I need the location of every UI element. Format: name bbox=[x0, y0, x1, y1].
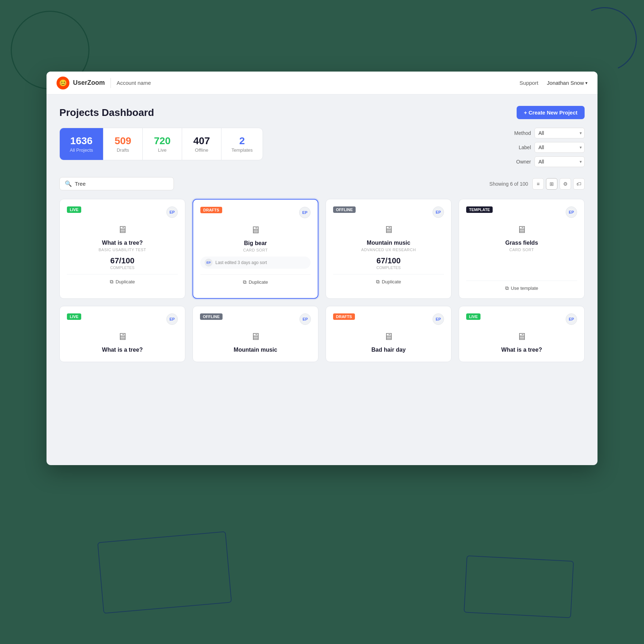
header-divider bbox=[111, 78, 111, 88]
logo-text: UserZoom bbox=[73, 79, 105, 87]
card-5-title: What is a tree? bbox=[67, 347, 178, 353]
filter-owner-row: Owner All bbox=[511, 156, 585, 167]
project-card-1[interactable]: LIVE EP 🖥 What is a tree? BASIC USABILIT… bbox=[59, 199, 185, 299]
toolbar-right: Showing 6 of 100 ≡ ⊞ ⚙ 🏷 bbox=[489, 178, 585, 190]
card-4-divider bbox=[466, 280, 577, 281]
card-7-title: Bad hair day bbox=[333, 347, 444, 353]
create-project-button[interactable]: + Create New Project bbox=[517, 106, 585, 119]
card-8-title: What is a tree? bbox=[466, 347, 577, 353]
card-3-avatar: EP bbox=[433, 206, 444, 218]
card-2-action[interactable]: ⧉ Duplicate bbox=[200, 278, 311, 285]
showing-count: Showing 6 of 100 bbox=[489, 181, 528, 187]
card-4-badge: TEMPLATE bbox=[466, 206, 493, 213]
user-menu-chevron: ▾ bbox=[585, 80, 587, 86]
card-2-last-edited-avatar: EP bbox=[205, 259, 213, 267]
filter-method-label: Method bbox=[511, 130, 531, 136]
project-card-4[interactable]: TEMPLATE EP 🖥 Grass fields CARD SORT ⧉ U… bbox=[459, 199, 585, 299]
stat-label-templates: Templates bbox=[231, 147, 253, 153]
card-3-icon: 🖥 bbox=[333, 224, 444, 235]
filter-owner-select[interactable]: All bbox=[535, 156, 585, 167]
stat-offline[interactable]: 407 Offline bbox=[182, 128, 221, 160]
card-1-icon: 🖥 bbox=[67, 224, 178, 235]
card-8-top: LIVE EP bbox=[466, 313, 577, 325]
bg-decoration-rect-bl bbox=[97, 531, 232, 614]
card-2-icon: 🖥 bbox=[200, 224, 311, 236]
duplicate-icon-3: ⧉ bbox=[376, 279, 380, 285]
stat-number-drafts: 509 bbox=[113, 135, 132, 147]
project-card-5[interactable]: LIVE EP 🖥 What is a tree? bbox=[59, 306, 185, 362]
card-7-badge: DRAFTS bbox=[333, 313, 355, 320]
stat-drafts[interactable]: 509 Drafts bbox=[103, 128, 143, 160]
card-7-avatar: EP bbox=[433, 313, 444, 325]
card-8-avatar: EP bbox=[566, 313, 577, 325]
app-window: 😊 UserZoom Account name Support Jonathan… bbox=[47, 72, 597, 465]
filter-label-select[interactable]: All bbox=[535, 142, 585, 153]
card-3-action[interactable]: ⧉ Duplicate bbox=[333, 277, 444, 285]
project-card-8[interactable]: LIVE EP 🖥 What is a tree? bbox=[459, 306, 585, 362]
project-card-7[interactable]: DRAFTS EP 🖥 Bad hair day bbox=[326, 306, 452, 362]
card-6-badge: OFFLINE bbox=[200, 313, 223, 320]
header-right: Support Jonathan Snow ▾ bbox=[519, 80, 587, 86]
cards-grid: LIVE EP 🖥 What is a tree? BASIC USABILIT… bbox=[59, 199, 585, 362]
card-4-action[interactable]: ⧉ Use template bbox=[466, 284, 577, 291]
card-2-action-label: Duplicate bbox=[249, 279, 268, 285]
card-1-top: LIVE EP bbox=[67, 206, 178, 218]
stat-number-offline: 407 bbox=[192, 135, 211, 147]
filter-method-select[interactable]: All bbox=[535, 128, 585, 138]
card-2-last-edited-text: Last edited 3 days ago sort bbox=[215, 260, 267, 265]
search-toolbar-row: 🔍 Showing 6 of 100 ≡ ⊞ ⚙ 🏷 bbox=[59, 177, 585, 190]
card-3-title: Mountain music bbox=[333, 240, 444, 246]
card-6-title: Mountain music bbox=[200, 347, 311, 353]
card-1-avatar: EP bbox=[166, 206, 178, 218]
card-4-avatar: EP bbox=[566, 206, 577, 218]
user-menu[interactable]: Jonathan Snow ▾ bbox=[547, 80, 587, 86]
card-3-action-label: Duplicate bbox=[382, 279, 401, 284]
card-8-icon: 🖥 bbox=[466, 331, 577, 342]
filter-label-wrapper: All bbox=[535, 142, 585, 153]
duplicate-icon: ⧉ bbox=[110, 279, 113, 285]
stat-all-projects[interactable]: 1636 All Projects bbox=[60, 128, 103, 160]
card-5-icon: 🖥 bbox=[67, 331, 178, 342]
page-title: Projects Dashboard bbox=[59, 107, 154, 118]
stat-templates[interactable]: 2 Templates bbox=[221, 128, 263, 160]
card-2-top: DRAFTS EP bbox=[200, 207, 311, 218]
card-4-subtitle: CARD SORT bbox=[466, 248, 577, 252]
support-link[interactable]: Support bbox=[519, 80, 538, 86]
dashboard-title-row: Projects Dashboard + Create New Project bbox=[59, 106, 585, 119]
card-2-subtitle: CARD SORT bbox=[200, 248, 311, 252]
stat-number-templates: 2 bbox=[231, 135, 253, 147]
view-list-button[interactable]: ≡ bbox=[532, 178, 544, 190]
project-card-3[interactable]: OFFLINE EP 🖥 Mountain music ADVANCED UX … bbox=[326, 199, 452, 299]
logo-area: 😊 UserZoom bbox=[57, 77, 105, 89]
search-box: 🔍 bbox=[59, 177, 174, 190]
tags-button[interactable]: 🏷 bbox=[573, 178, 585, 190]
main-content: Projects Dashboard + Create New Project … bbox=[47, 94, 597, 374]
card-3-divider bbox=[333, 274, 444, 274]
card-8-badge: LIVE bbox=[466, 313, 480, 320]
card-5-top: LIVE EP bbox=[67, 313, 178, 325]
card-1-divider bbox=[67, 274, 178, 274]
use-template-icon: ⧉ bbox=[505, 285, 509, 291]
stats-cards: 1636 All Projects 509 Drafts 720 Live 40… bbox=[59, 128, 263, 160]
user-name-text: Jonathan Snow bbox=[547, 80, 584, 86]
card-5-avatar: EP bbox=[166, 313, 178, 325]
project-card-6[interactable]: OFFLINE EP 🖥 Mountain music bbox=[192, 306, 318, 362]
search-input[interactable] bbox=[75, 181, 169, 187]
card-6-avatar: EP bbox=[299, 313, 311, 325]
card-1-score: 67/100 bbox=[67, 256, 178, 265]
stat-live[interactable]: 720 Live bbox=[143, 128, 182, 160]
logo-emoji: 😊 bbox=[59, 79, 67, 87]
card-3-subtitle: ADVANCED UX RESEARCH bbox=[333, 248, 444, 252]
card-1-action-label: Duplicate bbox=[116, 279, 135, 284]
project-card-2[interactable]: DRAFTS EP 🖥 Big bear CARD SORT EP Last e… bbox=[192, 199, 318, 299]
settings-button[interactable]: ⚙ bbox=[560, 178, 571, 190]
filter-label-label: Label bbox=[511, 145, 531, 150]
view-grid-button[interactable]: ⊞ bbox=[546, 178, 557, 190]
card-3-score-label: COMPLETES bbox=[333, 265, 444, 270]
stat-label-live: Live bbox=[153, 147, 172, 153]
card-1-title: What is a tree? bbox=[67, 240, 178, 246]
card-2-avatar: EP bbox=[299, 207, 311, 218]
stat-label-all: All Projects bbox=[70, 147, 93, 153]
card-1-action[interactable]: ⧉ Duplicate bbox=[67, 277, 178, 285]
card-3-score: 67/100 bbox=[333, 256, 444, 265]
